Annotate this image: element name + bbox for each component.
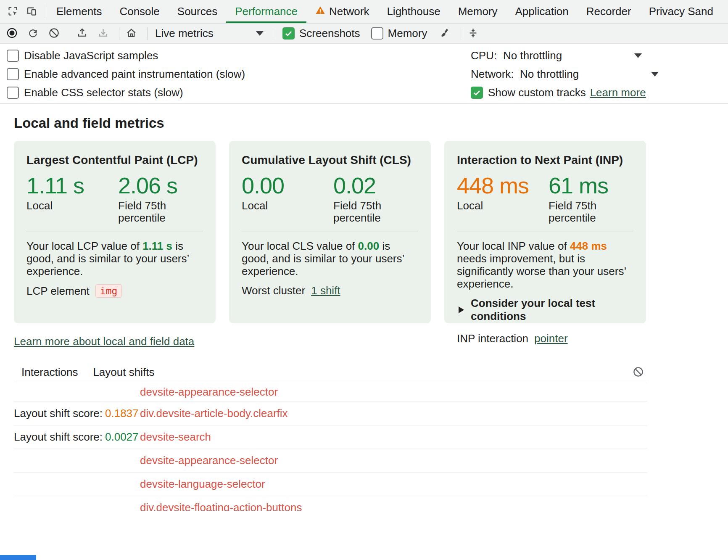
- memory-checkbox[interactable]: [371, 27, 383, 40]
- element-link[interactable]: devsite-appearance-selector: [140, 454, 278, 467]
- tab-label: Recorder: [586, 5, 631, 18]
- inp-interaction-link[interactable]: pointer: [534, 332, 568, 345]
- reload-and-record-button[interactable]: [24, 26, 41, 42]
- lcp-element-link[interactable]: img: [95, 284, 122, 298]
- divider: [147, 27, 148, 40]
- record-icon: [6, 27, 18, 40]
- chevron-down-icon: [256, 31, 264, 36]
- inspect-element-button[interactable]: [3, 3, 22, 21]
- lcp-field-value: 2.06 s: [118, 174, 179, 196]
- devtools-tabbar: Elements Console Sources Performance Net…: [0, 0, 728, 24]
- tab-recorder[interactable]: Recorder: [578, 0, 640, 23]
- performance-toolbar: Live metrics Screenshots Memory: [0, 24, 728, 44]
- element-link[interactable]: div.devsite-article-body.clearfix: [140, 407, 288, 420]
- collapse-arrows-icon: [467, 27, 479, 40]
- broom-icon: [439, 27, 451, 40]
- advanced-paint-checkbox[interactable]: [7, 68, 19, 80]
- clear-button[interactable]: [45, 26, 62, 42]
- divider: [119, 27, 119, 40]
- tab-network[interactable]: Network: [306, 0, 378, 23]
- live-metrics-home-button[interactable]: [123, 26, 140, 42]
- tab-memory[interactable]: Memory: [449, 0, 506, 23]
- tab-performance[interactable]: Performance: [226, 0, 306, 23]
- layout-shift-row[interactable]: devsite-appearance-selector: [14, 382, 647, 402]
- disable-js-samples-checkbox[interactable]: [7, 50, 19, 62]
- css-selector-stats-checkbox[interactable]: [7, 87, 19, 99]
- layout-shift-row[interactable]: Layout shift score:0.1837 div.devsite-ar…: [14, 402, 647, 425]
- cpu-throttling-select[interactable]: No throttling: [503, 49, 642, 62]
- clear-shifts-button[interactable]: [629, 364, 647, 381]
- tab-application[interactable]: Application: [506, 0, 578, 23]
- cpu-throttling-value: No throttling: [503, 49, 562, 62]
- layout-shift-row[interactable]: devsite-appearance-selector: [14, 449, 647, 473]
- custom-tracks-learn-more-link[interactable]: Learn more: [590, 86, 646, 99]
- screenshots-toggle[interactable]: Screenshots: [282, 27, 360, 40]
- cls-description: Your local CLS value of 0.00 is good, an…: [242, 240, 418, 277]
- tab-label: Memory: [458, 5, 498, 18]
- tab-label: Interactions: [21, 366, 78, 379]
- worst-cluster-link[interactable]: 1 shift: [311, 284, 340, 297]
- element-link[interactable]: devsite-search: [140, 431, 211, 444]
- tab-label: Performance: [235, 5, 298, 18]
- inp-description: Your local INP value of 448 ms needs imp…: [457, 240, 633, 290]
- metric-card-lcp: Largest Contentful Paint (LCP) 1.11 s Lo…: [14, 141, 216, 323]
- element-link[interactable]: devsite-language-selector: [140, 478, 265, 491]
- expand-triangle-icon: [459, 306, 464, 313]
- divider: [273, 27, 273, 40]
- metric-card-inp: Interaction to Next Paint (INP) 448 ms L…: [444, 141, 646, 323]
- devtools-window: Elements Console Sources Performance Net…: [0, 0, 728, 560]
- screenshots-checkbox[interactable]: [282, 27, 295, 40]
- refresh-icon: [27, 27, 39, 40]
- metric-card-title: Cumulative Layout Shift (CLS): [242, 153, 418, 167]
- collapse-sections-button[interactable]: [464, 26, 481, 42]
- layout-shift-row[interactable]: div.devsite-floating-action-buttons: [14, 496, 647, 511]
- tab-sources[interactable]: Sources: [169, 0, 226, 23]
- toggle-device-toolbar-button[interactable]: [22, 3, 40, 21]
- lcp-element-row: LCP element img: [26, 284, 203, 298]
- consider-local-conditions-expander[interactable]: Consider your local test conditions: [457, 297, 633, 323]
- learn-more-local-field-link[interactable]: Learn more about local and field data: [14, 335, 194, 348]
- tab-console[interactable]: Console: [111, 0, 168, 23]
- divider: [44, 5, 44, 18]
- tab-interactions[interactable]: Interactions: [14, 363, 85, 382]
- custom-tracks-label: Show custom tracks: [488, 86, 586, 99]
- collect-garbage-button[interactable]: [436, 26, 453, 42]
- element-link[interactable]: devsite-appearance-selector: [140, 386, 278, 399]
- element-link[interactable]: div.devsite-floating-action-buttons: [140, 501, 302, 511]
- tab-label: Sources: [177, 5, 217, 18]
- live-metrics-dropdown[interactable]: Live metrics: [151, 26, 269, 42]
- warning-icon: [315, 5, 325, 18]
- network-throttling-select[interactable]: No throttling: [520, 68, 659, 81]
- metric-card-title: Interaction to Next Paint (INP): [457, 153, 633, 167]
- block-icon: [48, 27, 60, 40]
- save-profile-button[interactable]: [95, 26, 111, 42]
- show-custom-tracks-checkbox[interactable]: [471, 87, 483, 99]
- network-label: Network:: [471, 68, 520, 81]
- local-label: Local: [457, 200, 549, 212]
- tab-privacy-sandbox[interactable]: Privacy Sand: [640, 0, 722, 23]
- shift-log-tabs: Interactions Layout shifts: [14, 363, 647, 382]
- tab-layout-shifts[interactable]: Layout shifts: [85, 363, 162, 382]
- layout-shift-row[interactable]: devsite-language-selector: [14, 473, 647, 496]
- tab-label: Layout shifts: [93, 366, 154, 379]
- cls-local-value: 0.00: [242, 174, 333, 196]
- tab-label: Console: [119, 5, 159, 18]
- screenshots-label: Screenshots: [299, 27, 360, 40]
- tab-lighthouse[interactable]: Lighthouse: [378, 0, 449, 23]
- metric-values: 0.00 Local 0.02 Field 75th percentile: [242, 174, 418, 224]
- cpu-label: CPU:: [471, 49, 503, 62]
- field-label: Field 75th percentile: [118, 200, 179, 224]
- tab-elements[interactable]: Elements: [47, 0, 111, 23]
- layout-shift-row[interactable]: Layout shift score:0.0027 devsite-search: [14, 425, 647, 449]
- network-throttling-value: No throttling: [520, 68, 579, 81]
- memory-toggle[interactable]: Memory: [371, 27, 427, 40]
- record-button[interactable]: [3, 26, 20, 42]
- load-profile-button[interactable]: [74, 26, 90, 42]
- metric-cards: Largest Contentful Paint (LCP) 1.11 s Lo…: [14, 141, 647, 323]
- network-throttling-row: Network: No throttling: [471, 65, 728, 83]
- horizontal-scrollbar-thumb[interactable]: [0, 555, 36, 560]
- option-label: Enable CSS selector stats (slow): [24, 86, 183, 99]
- field-label: Field 75th percentile: [333, 200, 394, 224]
- tab-label: Application: [515, 5, 569, 18]
- metric-card-title: Largest Contentful Paint (LCP): [26, 153, 203, 167]
